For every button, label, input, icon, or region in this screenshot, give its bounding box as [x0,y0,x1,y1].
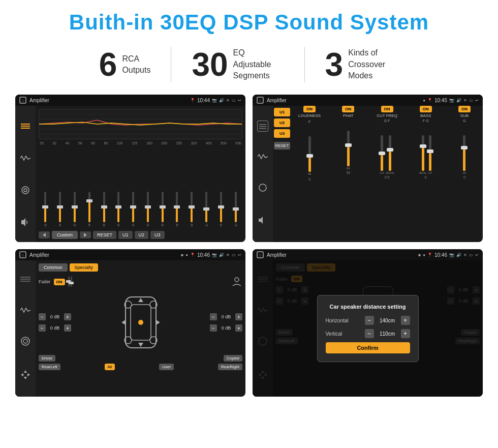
bottom-labels-2: RearLeft All User RearRight [39,364,242,370]
slider-10[interactable]: 0 [170,186,184,227]
slider-13[interactable]: 0 [214,186,228,227]
preset-u1[interactable]: U1 [274,108,290,116]
fader-toggle[interactable]: ON [54,279,65,285]
s3-dot2: ● [185,253,188,257]
slider-7[interactable]: 0 [127,186,140,227]
s3-sidebar-eq[interactable] [20,275,30,285]
vertical-plus[interactable]: + [401,329,410,338]
sub-toggle[interactable]: ON [458,106,471,112]
horizontal-minus[interactable]: − [365,316,374,325]
reset-btn[interactable]: RESET [274,142,290,150]
sidebar-vol-icon[interactable] [19,217,32,227]
bass-slider-1[interactable]: 90Hz [419,135,426,174]
stat-eq: 30 EQ AdjustableSegments [171,47,304,81]
vertical-minus[interactable]: − [365,329,374,338]
vol-minus-2[interactable]: − [39,324,46,332]
slider-4[interactable]: 5 [82,186,96,227]
s3-sidebar-wave[interactable] [20,306,30,315]
loudness-toggle[interactable]: ON [303,106,316,112]
vol-minus-4[interactable]: − [210,324,217,332]
tab-specialty[interactable]: Specialty [70,263,99,272]
phat-slider-1[interactable]: 64 [347,131,350,170]
u3-button[interactable]: U3 [150,231,165,239]
preset-u3[interactable]: U3 [274,129,290,138]
dialog-title: Car speaker distance setting [326,304,410,310]
rearleft-btn[interactable]: RearLeft [39,364,60,370]
bass-sliders: 90Hz 3.0 [419,124,432,174]
tab-common[interactable]: Common [39,263,68,272]
sub-slider-1[interactable]: 20 [463,135,466,174]
prev-button[interactable] [39,231,50,238]
preset-u2[interactable]: U2 [274,118,290,127]
screen1-bottom-controls: Custom RESET U1 U2 U3 [39,231,242,239]
cutfreq-toggle[interactable]: ON [381,106,393,112]
vol-plus-2[interactable]: + [64,324,71,332]
slider-6[interactable]: 0 [112,186,126,227]
speaker-layout: − 0 dB + − 0 dB + [39,292,242,353]
rearright-btn[interactable]: RearRight [218,364,242,370]
u2-button[interactable]: U2 [135,231,149,239]
sidebar-eq-icon[interactable] [19,121,32,131]
back-icon[interactable]: ↩ [238,98,241,103]
vol-plus-3[interactable]: + [235,313,242,320]
s3-back[interactable]: ↩ [238,253,241,257]
slider-5[interactable]: 0 [97,186,111,227]
slider-2[interactable]: 0 [53,186,67,227]
s2-sidebar-wave[interactable] [258,153,268,162]
horizontal-value: 140cm [376,318,399,323]
u1-button[interactable]: U1 [118,231,133,239]
confirm-button[interactable]: Confirm [326,342,410,353]
slider-12[interactable]: -1 [200,186,213,227]
next-button[interactable] [80,231,91,238]
driver-btn[interactable]: Driver [39,355,55,362]
bass-slider-2[interactable]: 3.0 [428,135,432,174]
fader-sliders [68,277,72,287]
s2-sidebar-vol[interactable] [258,215,268,227]
prev-arrow-icon [43,233,46,237]
slider-1[interactable]: 0 [39,186,52,227]
sidebar-wave-icon[interactable] [19,153,32,163]
slider-14[interactable]: -1 [229,186,242,227]
user-btn[interactable]: User [159,364,174,370]
ch-bass: ON BASS F G 90Hz [408,106,444,242]
sliders-area: 0 0 [39,147,242,228]
bass-toggle[interactable]: ON [420,106,432,112]
s4-location: 📍 [427,253,432,257]
screen3-status-bar: Amplifier ■ ● 📍 10:46 📷 🔊 ✕ ▭ ↩ [15,249,245,260]
screen2-body: U1 U2 U3 RESET ON LOUDNESS F [253,106,483,242]
horizontal-plus[interactable]: + [401,316,410,325]
s4-back[interactable]: ↩ [475,253,479,257]
freq-400: 400 [206,141,212,145]
screen3-home-icon[interactable] [19,251,26,258]
vol-minus-1[interactable]: − [39,313,46,320]
stat-number-rca: 6 [99,48,117,81]
s4-dot2: ● [423,253,425,257]
s3-sidebar-arrows[interactable] [20,369,31,382]
vol-plus-4[interactable]: + [235,324,242,332]
home-icon[interactable] [19,97,26,104]
vol-minus-3[interactable]: − [210,313,217,320]
loudness-slider-1[interactable]: 48 [308,136,312,175]
screen4-home-icon[interactable] [257,251,264,258]
slider-9[interactable]: 0 [155,186,169,227]
sidebar-speaker-icon[interactable] [19,185,32,195]
copilot-btn[interactable]: Copilot [224,355,242,362]
cutfreq-slider-1[interactable]: 3.0 [380,135,384,174]
s3-sidebar-speaker[interactable] [20,336,30,348]
slider-11[interactable]: 0 [185,186,199,227]
phat-toggle[interactable]: ON [342,106,354,112]
reset-button[interactable]: RESET [93,231,116,239]
screen2-home-icon[interactable] [257,97,264,104]
s2-back-icon[interactable]: ↩ [475,98,479,103]
cutfreq-slider-2[interactable]: 100Hz [386,135,394,174]
left-vol-controls: − 0 dB + − 0 dB + [39,313,71,332]
vol-plus-1[interactable]: + [64,313,71,320]
s2-sidebar-speaker[interactable] [258,183,267,194]
all-btn[interactable]: All [105,364,115,370]
user-icon-btn[interactable] [231,276,242,288]
cutfreq-sliders: 3.0 100Hz [380,124,394,174]
slider-3[interactable]: 0 [68,186,82,227]
left-sidebar [15,106,36,242]
s2-sidebar-eq[interactable] [257,121,268,132]
slider-8[interactable]: 0 [141,186,154,227]
